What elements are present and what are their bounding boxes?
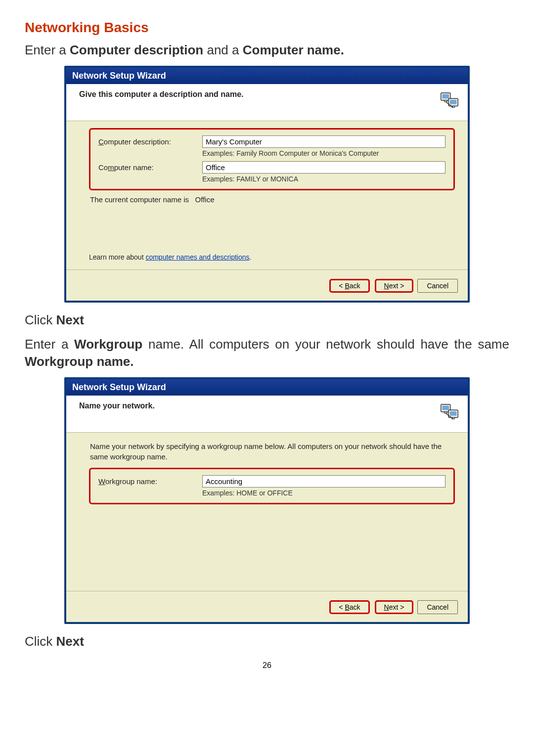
text: Enter a bbox=[25, 43, 70, 57]
input-computer-description[interactable] bbox=[202, 135, 445, 148]
network-icon bbox=[438, 89, 461, 112]
field-wrap: Examples: Family Room Computer or Monica… bbox=[202, 135, 445, 157]
wizard-body: Computer description: Examples: Family R… bbox=[66, 121, 468, 269]
text-bold: Computer name. bbox=[243, 43, 344, 57]
hint-computer-name: Examples: FAMILY or MONICA bbox=[202, 175, 445, 183]
wizard-header: Name your network. bbox=[66, 396, 468, 433]
networking-basics-heading: Networking Basics bbox=[25, 20, 509, 36]
next-button[interactable]: Next > bbox=[375, 279, 414, 293]
label-computer-description: Computer description: bbox=[98, 135, 202, 146]
spacer bbox=[89, 506, 455, 585]
network-icon bbox=[438, 400, 461, 423]
text: puter name: bbox=[114, 163, 154, 172]
input-computer-name[interactable] bbox=[202, 161, 445, 174]
hint-workgroup-name: Examples: HOME or OFFICE bbox=[202, 489, 445, 497]
highlight-computer-desc-name: Computer description: Examples: Family R… bbox=[89, 128, 455, 190]
text-bold: Workgroup name. bbox=[25, 354, 134, 369]
text: Click bbox=[25, 312, 56, 327]
workgroup-instruction-text: Name your network by specifying a workgr… bbox=[90, 442, 454, 462]
page-number: 26 bbox=[25, 661, 509, 670]
text: . bbox=[250, 253, 252, 261]
text-bold: Computer description bbox=[70, 43, 203, 57]
text: Office bbox=[195, 195, 215, 204]
instruction-click-next-1: Click Next bbox=[25, 311, 509, 329]
label-computer-name: Computer name: bbox=[98, 161, 202, 172]
text: The current computer name is bbox=[90, 195, 191, 204]
text: m bbox=[108, 163, 114, 172]
wizard-title-bar: Network Setup Wizard bbox=[66, 379, 468, 396]
svg-rect-9 bbox=[444, 412, 447, 413]
learn-more: Learn more about computer names and desc… bbox=[89, 253, 455, 261]
hint-computer-description: Examples: Family Room Computer or Monica… bbox=[202, 149, 445, 157]
instruction-click-next-2: Click Next bbox=[25, 633, 509, 650]
text: Learn more about bbox=[89, 253, 145, 261]
wizard-header: Give this computer a description and nam… bbox=[66, 84, 468, 121]
text: ack bbox=[350, 603, 360, 611]
next-button[interactable]: Next > bbox=[375, 600, 414, 614]
wizard-body: Name your network by specifying a workgr… bbox=[66, 433, 468, 591]
cancel-button[interactable]: Cancel bbox=[417, 279, 458, 293]
text-bold: Next bbox=[56, 634, 84, 649]
cancel-button[interactable]: Cancel bbox=[417, 600, 458, 614]
field-wrap: Examples: FAMILY or MONICA bbox=[202, 161, 445, 183]
label-workgroup-name: Workgroup name: bbox=[98, 475, 202, 486]
back-button[interactable]: < Back bbox=[329, 279, 369, 293]
wizard-subtitle: Give this computer a description and nam… bbox=[79, 89, 244, 99]
back-button[interactable]: < Back bbox=[329, 600, 369, 614]
input-workgroup-name[interactable] bbox=[202, 475, 445, 488]
wizard-footer: < Back Next > Cancel bbox=[66, 591, 468, 622]
text: B bbox=[345, 603, 349, 611]
svg-rect-8 bbox=[443, 406, 449, 410]
row-computer-name: Computer name: Examples: FAMILY or MONIC… bbox=[98, 161, 445, 183]
text: N bbox=[384, 282, 389, 290]
text: Co bbox=[98, 163, 108, 172]
text: ack bbox=[350, 282, 360, 290]
text: and a bbox=[203, 43, 243, 57]
text-bold: Workgroup bbox=[74, 337, 142, 352]
text: Click bbox=[25, 634, 56, 649]
svg-rect-4 bbox=[450, 100, 456, 104]
back-next-pair: < Back Next > bbox=[325, 600, 413, 614]
text-bold: Next bbox=[56, 312, 84, 327]
text: orkgroup name: bbox=[105, 477, 157, 486]
text: ext > bbox=[389, 603, 404, 611]
instruction-enter-computer-desc: Enter a Computer description and a Compu… bbox=[25, 42, 509, 59]
text: W bbox=[98, 477, 105, 486]
current-computer-name: The current computer name is Office bbox=[90, 195, 454, 204]
text: N bbox=[384, 603, 389, 611]
text: Enter a bbox=[25, 337, 74, 352]
text: name. All computers on your network shou… bbox=[142, 337, 509, 352]
wizard-footer: < Back Next > Cancel bbox=[66, 269, 468, 301]
link-computer-names-descriptions[interactable]: computer names and descriptions bbox=[145, 253, 249, 261]
field-wrap: Examples: HOME or OFFICE bbox=[202, 475, 445, 497]
row-workgroup-name: Workgroup name: Examples: HOME or OFFICE bbox=[98, 475, 445, 497]
text: omputer description: bbox=[104, 137, 171, 146]
text: < bbox=[339, 603, 345, 611]
text: C bbox=[98, 137, 104, 146]
text: < bbox=[339, 282, 345, 290]
text: ext > bbox=[389, 282, 404, 290]
wizard-subtitle: Name your network. bbox=[79, 400, 155, 410]
network-setup-wizard-2: Network Setup Wizard Name your network. … bbox=[64, 377, 470, 624]
svg-rect-2 bbox=[444, 100, 447, 102]
text: B bbox=[345, 282, 349, 290]
highlight-workgroup-name: Workgroup name: Examples: HOME or OFFICE bbox=[89, 468, 455, 504]
svg-rect-1 bbox=[443, 94, 449, 99]
wizard-title-bar: Network Setup Wizard bbox=[66, 68, 468, 84]
back-next-pair: < Back Next > bbox=[325, 279, 413, 293]
instruction-enter-workgroup: Enter a Workgroup name. All computers on… bbox=[25, 336, 509, 370]
row-computer-description: Computer description: Examples: Family R… bbox=[98, 135, 445, 157]
svg-rect-11 bbox=[450, 411, 456, 416]
network-setup-wizard-1: Network Setup Wizard Give this computer … bbox=[64, 66, 470, 303]
